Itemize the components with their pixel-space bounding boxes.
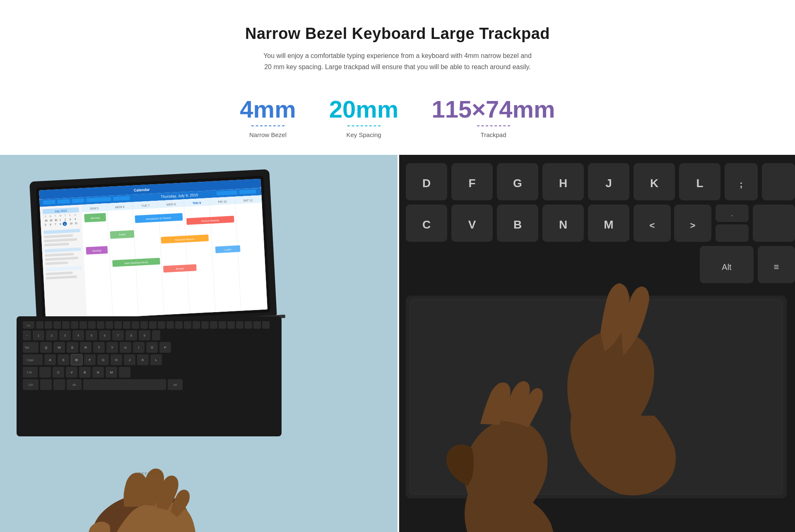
right-scene-svg: D F G H J K L ; [398, 155, 795, 532]
svg-rect-112 [245, 321, 252, 329]
stat-underline-trackpad [477, 125, 510, 126]
svg-text:T: T [64, 214, 66, 217]
svg-rect-180 [39, 367, 51, 378]
svg-text:Esc: Esc [27, 324, 31, 327]
svg-rect-98 [123, 321, 130, 329]
stat-trackpad: 115×74mm Trackpad [431, 97, 555, 138]
svg-text:SAT 11: SAT 11 [243, 199, 253, 202]
svg-rect-99 [132, 321, 139, 329]
left-scene-svg: Calendar Thursday, July 9, 2015 Jul [0, 155, 398, 532]
svg-text:≡: ≡ [774, 262, 779, 272]
svg-rect-113 [253, 321, 261, 329]
svg-text:S: S [62, 358, 64, 362]
image-left: Calendar Thursday, July 9, 2015 Jul [0, 155, 398, 532]
svg-text:N: N [97, 371, 99, 374]
svg-text:29: 29 [50, 219, 53, 221]
svg-text:1: 1 [38, 334, 39, 337]
svg-text:G: G [102, 358, 104, 362]
svg-text:Q: Q [45, 346, 47, 349]
svg-text:N: N [559, 218, 567, 231]
svg-text:P: P [164, 346, 166, 349]
svg-text:11: 11 [75, 222, 78, 224]
svg-text:C: C [57, 371, 60, 374]
svg-rect-97 [114, 321, 122, 329]
svg-rect-103 [166, 321, 174, 329]
svg-text:W: W [58, 346, 61, 349]
svg-text:T: T [54, 215, 56, 217]
svg-text:TUE 7: TUE 7 [141, 204, 149, 207]
svg-rect-101 [149, 321, 157, 329]
svg-rect-96 [106, 321, 113, 329]
svg-rect-195 [53, 379, 65, 390]
stat-underline-narrow-bezel [251, 125, 284, 126]
svg-text:Alt: Alt [722, 262, 732, 272]
svg-rect-106 [193, 321, 200, 329]
svg-text:F: F [89, 358, 91, 362]
image-right: D F G H J K L ; [398, 155, 795, 532]
svg-rect-100 [140, 321, 148, 329]
svg-text:THU 9: THU 9 [193, 202, 201, 205]
svg-rect-14 [239, 190, 256, 195]
svg-rect-135 [152, 330, 160, 340]
page-container: Narrow Bezel Keyboard Large Trackpad You… [0, 0, 795, 532]
svg-text:Calendar: Calendar [134, 188, 150, 193]
divider-line [398, 155, 399, 532]
svg-rect-102 [158, 321, 165, 329]
svg-text:Event: Event [119, 233, 125, 236]
svg-text:>: > [690, 220, 696, 231]
svg-text:5: 5 [91, 334, 92, 337]
svg-rect-95 [97, 321, 104, 329]
images-section: Calendar Thursday, July 9, 2015 Jul [0, 155, 795, 532]
svg-text:Morning: Morning [91, 217, 100, 220]
svg-text:B: B [84, 371, 86, 374]
stat-value-narrow-bezel: 4mm [240, 97, 296, 121]
stats-row: 4mm Narrow Bezel 20mm Key Spacing 115×74… [0, 85, 795, 155]
svg-rect-94 [88, 321, 96, 329]
svg-rect-91 [62, 321, 70, 329]
svg-text:Alt: Alt [173, 383, 177, 386]
stat-underline-key-spacing [347, 125, 381, 126]
svg-rect-105 [184, 321, 191, 329]
svg-text:SUN 5: SUN 5 [90, 207, 99, 210]
svg-text:9: 9 [144, 334, 145, 337]
svg-text:2: 2 [51, 334, 53, 337]
svg-text:Tab: Tab [24, 346, 29, 349]
svg-text:Alt: Alt [72, 383, 76, 386]
svg-text:T: T [98, 346, 100, 349]
svg-rect-108 [210, 321, 217, 329]
svg-text:Y: Y [111, 346, 113, 349]
svg-rect-194 [40, 379, 52, 390]
svg-text:O: O [151, 346, 153, 349]
svg-text:<: < [650, 220, 655, 231]
stat-label-key-spacing: Key Spacing [346, 131, 381, 138]
svg-rect-11 [113, 196, 130, 201]
svg-rect-198 [83, 379, 166, 390]
svg-text:Review: Review [176, 267, 184, 270]
svg-text:8: 8 [130, 334, 132, 337]
svg-text:~: ~ [26, 334, 28, 337]
svg-text:6: 6 [104, 334, 106, 337]
svg-text:U: U [124, 346, 127, 349]
svg-rect-191 [119, 367, 130, 378]
svg-text:G: G [513, 177, 522, 190]
svg-rect-93 [80, 321, 87, 329]
svg-rect-104 [175, 321, 183, 329]
svg-text:WED 8: WED 8 [166, 203, 176, 206]
svg-text:I: I [138, 346, 139, 349]
svg-rect-8 [57, 199, 70, 204]
stat-label-narrow-bezel: Narrow Bezel [249, 131, 287, 138]
svg-text:28: 28 [45, 219, 48, 222]
svg-text:H: H [115, 358, 118, 362]
svg-text:MON 6: MON 6 [115, 205, 125, 209]
svg-text:D: D [422, 177, 431, 190]
svg-text:H: H [559, 177, 567, 190]
svg-rect-90 [53, 321, 61, 329]
svg-text:J: J [129, 358, 130, 362]
stat-value-key-spacing: 20mm [329, 97, 399, 121]
main-title: Narrow Bezel Keyboard Large Trackpad [8, 25, 787, 43]
stat-narrow-bezel: 4mm Narrow Bezel [240, 97, 296, 138]
svg-text:7: 7 [117, 334, 119, 337]
svg-text:V: V [70, 371, 73, 374]
svg-text:FRI 10: FRI 10 [218, 200, 226, 203]
stat-label-trackpad: Trackpad [481, 131, 506, 138]
